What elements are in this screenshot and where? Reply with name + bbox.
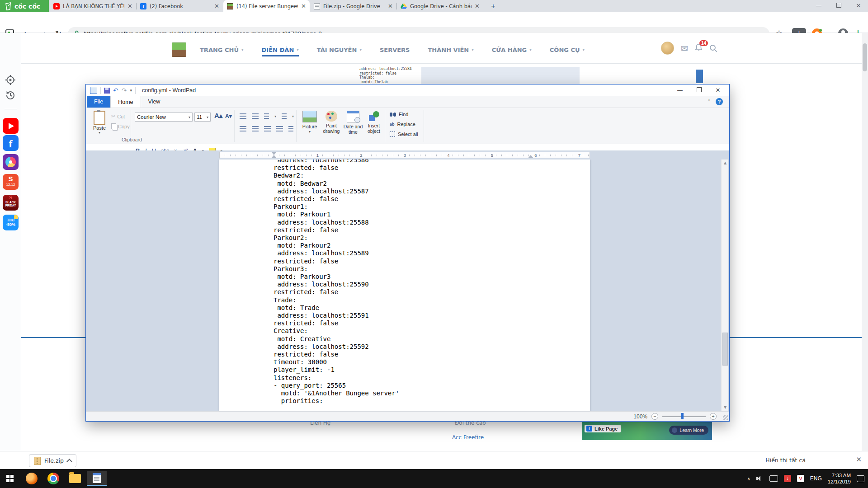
nav-item-cong-cu[interactable]: CÔNG CỤ▾: [550, 44, 585, 55]
insert-object-button[interactable]: Insert object: [363, 111, 384, 134]
scroll-up-icon[interactable]: ▲: [722, 160, 729, 167]
justify-icon[interactable]: [276, 126, 283, 131]
right-indent-marker[interactable]: [528, 152, 533, 158]
shrink-font-button[interactable]: A▾: [225, 113, 232, 119]
wordpad-minimize-button[interactable]: —: [670, 84, 689, 96]
sidebar-shopee-icon[interactable]: S 12.12: [3, 174, 19, 190]
document-page[interactable]: address: localhost:25586 restricted: fal…: [219, 160, 590, 411]
touch-keyboard-icon[interactable]: [769, 475, 778, 482]
tray-v-app-icon[interactable]: V: [797, 475, 804, 482]
picture-button[interactable]: Picture ▾: [299, 111, 320, 135]
paragraph-dialog-icon[interactable]: [288, 126, 293, 131]
window-restore-button[interactable]: [829, 0, 849, 12]
nav-item-dien-dan[interactable]: DIỄN ĐÀN▾: [262, 44, 299, 56]
forum-avatar[interactable]: [661, 42, 674, 55]
taskbar-wordpad-button-active[interactable]: [87, 471, 107, 486]
zoom-slider-thumb[interactable]: [681, 413, 684, 419]
copy-button[interactable]: Copy: [111, 123, 130, 129]
language-indicator[interactable]: ENG: [810, 475, 822, 482]
sidebar-music-icon[interactable]: [3, 154, 19, 170]
volume-icon[interactable]: [756, 475, 764, 482]
wordpad-titlebar[interactable]: ↶ ↷ ▾ config.yml - WordPad — ✕: [86, 84, 729, 96]
download-item-filezip[interactable]: File.zip: [29, 454, 76, 467]
wordpad-close-button[interactable]: ✕: [708, 84, 727, 96]
decrease-indent-icon[interactable]: [240, 113, 246, 119]
undo-icon[interactable]: ↶: [113, 87, 118, 94]
facebook-page-widget[interactable]: f Like Page Learn More: [582, 422, 712, 440]
paint-drawing-button[interactable]: Paint drawing: [321, 111, 342, 134]
tab-home[interactable]: Home: [110, 96, 141, 108]
align-left-icon[interactable]: [240, 126, 246, 131]
tab-close-icon[interactable]: ✕: [301, 3, 306, 9]
taskbar-clock[interactable]: 7:33 AM 12/1/2019: [828, 472, 851, 485]
nav-item-trang-chu[interactable]: TRANG CHỦ▾: [200, 44, 244, 55]
cut-button[interactable]: ✂ Cut: [111, 113, 125, 119]
sidebar-youtube-icon[interactable]: [3, 118, 19, 134]
hanging-indent-marker[interactable]: [271, 152, 277, 158]
browser-scrollbar[interactable]: [862, 33, 868, 451]
taskbar-chrome-icon[interactable]: [43, 471, 63, 486]
tab-forum-active[interactable]: (14) File server BungeeCo ✕: [223, 0, 310, 12]
tab-file[interactable]: File: [87, 96, 110, 108]
replace-button[interactable]: ab Replace: [390, 122, 415, 127]
font-size-select[interactable]: 11▾: [194, 113, 211, 122]
facebook-like-button[interactable]: f Like Page: [585, 425, 621, 432]
document-scrollbar[interactable]: ▲ ▼: [721, 160, 728, 411]
nav-item-tai-nguyen[interactable]: TÀI NGUYÊN▾: [317, 44, 362, 55]
grow-font-button[interactable]: A▴: [214, 112, 222, 120]
site-logo-grass-block[interactable]: [172, 42, 186, 57]
settings-gear-icon[interactable]: [5, 75, 16, 85]
nav-item-cua-hang[interactable]: CỬA HÀNG▾: [492, 44, 532, 55]
tab-filezip[interactable]: File.zip - Google Drive ✕: [310, 0, 396, 12]
nav-item-thanh-vien[interactable]: THÀNH VIÊN▾: [428, 44, 473, 55]
window-close-button[interactable]: ✕: [849, 0, 868, 12]
line-spacing-icon[interactable]: [282, 113, 287, 119]
resize-grip[interactable]: [723, 415, 728, 420]
find-button[interactable]: Find: [390, 112, 408, 117]
paste-button[interactable]: Paste ▾: [90, 111, 108, 140]
collapse-ribbon-icon[interactable]: ⌃: [707, 99, 711, 104]
tab-view[interactable]: View: [141, 96, 168, 108]
font-family-select[interactable]: Courier New▾: [135, 113, 193, 122]
select-all-button[interactable]: Select all: [390, 131, 418, 137]
tab-close-icon[interactable]: ✕: [388, 3, 393, 9]
start-button[interactable]: [6, 475, 14, 482]
customize-qat-icon[interactable]: ▾: [130, 88, 132, 93]
alerts-bell-icon[interactable]: 14: [695, 43, 703, 53]
scroll-down-icon[interactable]: ▼: [722, 404, 729, 411]
chevron-up-icon[interactable]: [66, 459, 72, 465]
document-text[interactable]: address: localhost:25586 restricted: fal…: [274, 160, 399, 405]
redo-icon[interactable]: ↷: [122, 87, 127, 94]
zoom-in-button[interactable]: +: [710, 413, 717, 420]
help-icon[interactable]: ?: [716, 98, 723, 105]
facebook-learn-more-button[interactable]: Learn More: [669, 426, 708, 435]
show-all-downloads-link[interactable]: Hiển thị tất cả: [765, 457, 806, 464]
list-icon[interactable]: [264, 113, 269, 119]
zoom-slider[interactable]: [662, 416, 706, 417]
window-minimize-button[interactable]: —: [809, 0, 829, 12]
nav-item-servers[interactable]: SERVERS: [380, 44, 410, 55]
browser-scrollbar-thumb[interactable]: [863, 43, 867, 71]
ruler-band[interactable]: 1234567: [219, 152, 590, 158]
taskbar-explorer-icon[interactable]: [65, 471, 85, 486]
new-tab-button[interactable]: +: [487, 1, 499, 11]
download-bar-close-icon[interactable]: ✕: [856, 455, 862, 464]
wordpad-maximize-button[interactable]: [689, 84, 708, 96]
save-icon[interactable]: [104, 88, 110, 94]
align-center-icon[interactable]: [252, 126, 259, 131]
date-time-button[interactable]: Date and time: [343, 111, 363, 135]
search-icon[interactable]: [709, 44, 717, 52]
tray-red-app-icon[interactable]: ↓: [784, 475, 791, 482]
sidebar-tiki-icon[interactable]: TIKI -50%: [3, 215, 19, 230]
action-center-icon[interactable]: [857, 475, 864, 482]
tab-close-icon[interactable]: ✕: [214, 3, 219, 9]
tray-expand-icon[interactable]: ∧: [747, 476, 750, 481]
scrollbar-thumb[interactable]: [722, 333, 728, 366]
increase-indent-icon[interactable]: [252, 113, 259, 119]
tab-close-icon[interactable]: ✕: [127, 3, 132, 9]
tab-drive-warning[interactable]: Google Drive - Cảnh báo ✕: [397, 0, 483, 12]
inbox-envelope-icon[interactable]: ✉: [681, 43, 688, 53]
history-icon[interactable]: [5, 90, 16, 101]
taskbar-browser-icon[interactable]: [22, 471, 42, 486]
tab-facebook[interactable]: f (2) Facebook ✕: [137, 0, 223, 12]
